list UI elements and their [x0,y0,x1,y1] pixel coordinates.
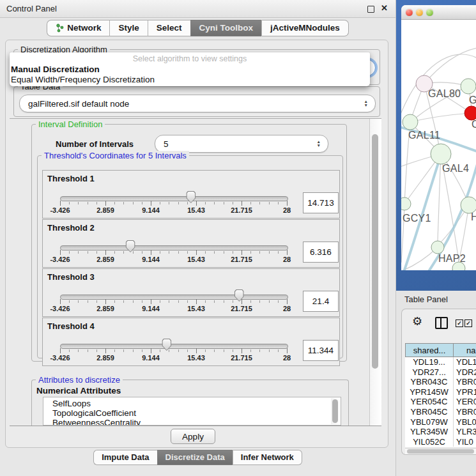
threshold-value-field[interactable]: 6.316 [303,242,339,263]
threshold-slider-thumb[interactable] [186,191,196,203]
dropdown-option-equal-width-frequency[interactable]: Equal Width/Frequency Discretization [11,75,155,84]
table-panel: ⚙ ✓ ✓ shared... na YDL19...YDL1 YDR27...… [401,309,476,455]
slider-tick-labels: -3.426 2.859 9.144 15.43 21.715 28 [60,256,287,265]
node-label-hap2: HAP2 [438,253,466,265]
settings-gear-icon[interactable]: ⚙ [412,314,422,328]
threshold-slider-thumb[interactable] [234,289,244,302]
network-graph [401,20,476,270]
table-row[interactable]: YLR345WYLR3 [405,427,476,437]
dropdown-hint: Select algorithm to view settings [10,54,370,63]
bottom-tab-bar: Impute Data Discretize Data Infer Networ… [0,450,395,465]
table-row[interactable]: YBL079WYBL0 [405,417,476,427]
tab-infer-network[interactable]: Infer Network [233,450,302,465]
group-title: Attributes to discretize [36,375,123,385]
threshold-coordinates-group: Threshold's Coordinates for 5 Intervals … [37,155,343,358]
zoom-traffic-light-icon[interactable] [426,9,433,16]
list-item[interactable]: SelfLoops [43,399,341,408]
slider-tick-labels: -3.426 2.859 9.144 15.43 21.715 28 [60,206,287,215]
tab-jactivemnodules[interactable]: jActiveMNodules [261,20,349,36]
table-row[interactable]: YDL19...YDL1 [405,357,476,367]
threshold-value-field[interactable]: 21.4 [303,291,339,312]
panel-scrollbar-thumb[interactable] [372,134,378,369]
slider-tick-labels: -3.426 2.859 9.144 15.43 21.715 28 [60,354,287,363]
group-title: Interval Definition [36,119,105,129]
table-horizontal-scrollbar-thumb[interactable] [407,449,474,454]
table-row[interactable]: YDR27...YDR2 [405,367,476,378]
table-panel-title: Table Panel [404,295,448,304]
table-body[interactable]: YDL19...YDL1 YDR27...YDR2 YBR043CYBR0 YP… [405,357,476,447]
node-label-gal80: GAL80 [428,88,461,100]
panel-scrollbar[interactable] [369,119,381,426]
node-label-gal11: GAL11 [408,130,440,141]
attributes-group: Attributes to discretize Numerical Attri… [31,380,349,426]
close-icon[interactable]: ✕ [381,3,388,13]
checkbox-icon[interactable]: ✓ [456,319,463,327]
network-canvas[interactable]: GAL80 G C GAL11 GAL4 GCY1 H HAP2 [401,20,476,270]
minimize-traffic-light-icon[interactable] [416,9,423,16]
network-icon [56,24,64,33]
threshold-slider-thumb[interactable] [126,240,135,252]
table-header-row: shared... na [405,343,476,357]
control-panel-titlebar: Control Panel ✕ [0,0,395,18]
control-panel: Control Panel ✕ Network Style Select [0,0,396,476]
column-header-name[interactable]: na [454,343,476,357]
float-window-icon[interactable] [367,6,374,13]
table-row[interactable]: YBR045CYBR0 [405,407,476,417]
table-row[interactable]: YER054CYER0 [405,397,476,407]
algorithm-dropdown-popup: Select algorithm to view settings Manual… [10,52,370,86]
table-row[interactable]: YIL052CYIL0 [405,437,476,447]
network-window: GAL80 G C GAL11 GAL4 GCY1 H HAP2 [401,5,476,270]
table-data-group: Table Data galFiltered.sif default node … [13,86,380,117]
tab-network[interactable]: Network [47,20,109,36]
network-window-frame: GAL80 G C GAL11 GAL4 GCY1 H HAP2 [396,0,476,291]
tab-label: Select [157,20,182,36]
tab-style[interactable]: Style [109,20,147,36]
column-header-shared-name[interactable]: shared... [405,343,454,357]
list-item[interactable]: TopologicalCoefficient [43,408,341,418]
threshold-value-field[interactable]: 14.713 [303,192,339,213]
numerical-attributes-list[interactable]: SelfLoops TopologicalCoefficient Between… [43,397,341,426]
interval-definition-group: Interval Definition Number of Intervals … [31,124,347,362]
node-label-partial-h: H [471,211,476,223]
node-label-partial-c: C [472,119,476,130]
dropdown-option-manual-discretization[interactable]: Manual Discretization [11,65,100,74]
tab-impute-data[interactable]: Impute Data [93,450,157,465]
tab-select[interactable]: Select [148,20,190,36]
settings-scroll-viewport: Interval Definition Number of Intervals … [10,118,381,426]
tab-label: Network [67,20,101,36]
close-traffic-light-icon[interactable] [406,9,413,16]
table-data-selected-value: galFiltered.sif default node [28,95,129,112]
threshold-value-field[interactable]: 11.344 [303,340,339,361]
number-of-intervals-value: 5 [164,135,169,152]
tab-label: Cyni Toolbox [199,20,254,36]
screen: Control Panel ✕ Network Style Select [0,0,476,476]
threshold-1-panel: Threshold 1 -3.426 2.859 9.144 [42,170,340,219]
threshold-slider-thumb[interactable] [162,339,171,351]
node-label-gcy1: GCY1 [403,213,431,224]
slider-tick-labels: -3.426 2.859 9.144 15.43 21.715 28 [60,305,287,314]
tab-label: jActiveMNodules [270,20,340,36]
cyni-toolbox-panel: Discretization Algorithm ▲▼ Select algor… [5,40,388,448]
tab-cyni-toolbox[interactable]: Cyni Toolbox [190,20,262,36]
panel-title: Control Panel [6,0,57,17]
table-row[interactable]: YBR043CYBR0 [405,377,476,387]
numerical-attributes-label: Numerical Attributes [36,386,121,395]
threshold-2-panel: Threshold 2 -3.426 2.859 9.144 [42,219,340,268]
checkbox-icon[interactable]: ✓ [464,319,472,327]
list-scrollbar[interactable] [331,398,340,424]
node-label-gal4: GAL4 [442,163,469,174]
threshold-4-panel: Threshold 4 -3.426 2.859 9.144 [42,318,340,366]
number-of-intervals-label: Number of Intervals [56,139,134,149]
combo-stepper-icon: ▲▼ [364,100,368,107]
table-data-combobox[interactable]: galFiltered.sif default node ▲▼ [19,95,376,112]
list-item[interactable]: BetweennessCentrality [43,418,341,426]
table-horizontal-scrollbar[interactable] [405,448,476,454]
tab-label: Style [118,20,139,36]
table-row[interactable]: YPR145WYPR1 [405,387,476,397]
tab-discretize-data[interactable]: Discretize Data [157,450,233,465]
threshold-3-panel: Threshold 3 -3.426 2.859 9.144 [42,268,340,317]
number-of-intervals-combobox[interactable]: 5 ▲▼ [155,135,328,153]
apply-button[interactable]: Apply [171,429,215,444]
split-columns-icon[interactable] [435,317,448,329]
combo-stepper-icon: ▲▼ [317,140,321,148]
